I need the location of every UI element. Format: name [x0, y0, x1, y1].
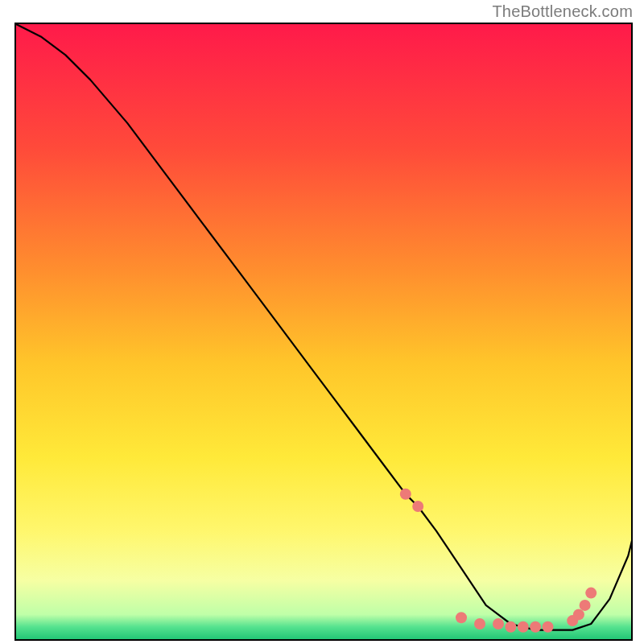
marker-dot [518, 621, 529, 633]
marker-dot [530, 621, 541, 633]
marker-dot [456, 612, 467, 623]
marker-dot [493, 618, 504, 630]
marker-dot [585, 588, 597, 599]
curve-markers [400, 489, 597, 633]
watermark-text: TheBottleneck.com [492, 2, 633, 21]
marker-dot [580, 600, 591, 611]
marker-dot [573, 609, 584, 620]
plot-area [14, 23, 633, 641]
marker-dot [543, 621, 554, 633]
marker-dot [474, 618, 485, 630]
chart-container: TheBottleneck.com [0, 0, 644, 644]
marker-dot [400, 489, 411, 500]
marker-dot [412, 501, 423, 512]
curve-layer [16, 24, 633, 641]
marker-dot [505, 621, 516, 633]
bottleneck-curve [16, 24, 633, 630]
